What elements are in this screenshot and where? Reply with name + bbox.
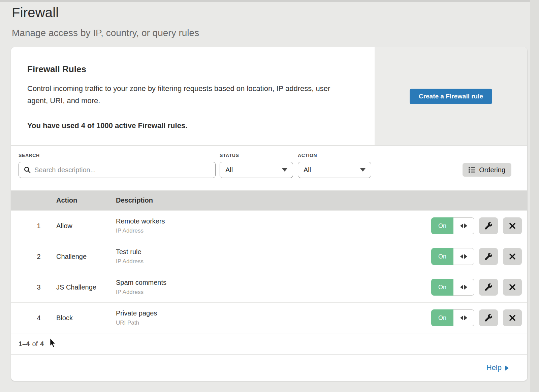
toggle-handle[interactable]: [453, 217, 474, 234]
toggle-on-label: On: [431, 248, 453, 265]
right-triangle-icon: [505, 365, 509, 371]
rule-priority: 1: [11, 222, 56, 230]
rule-description-cell: Spam comments IP Address: [116, 279, 431, 296]
help-link-label: Help: [486, 363, 502, 372]
description-column-header: Description: [116, 197, 527, 204]
rule-description-cell: Private pages URI Path: [116, 309, 431, 326]
table-header: Action Description: [11, 190, 527, 210]
rule-controls: On: [431, 279, 522, 296]
rule-enabled-toggle[interactable]: On: [431, 279, 474, 296]
table-row: 3 JS Challenge Spam comments IP Address …: [11, 272, 527, 302]
toggle-on-label: On: [431, 279, 453, 296]
action-column-header: Action: [56, 197, 116, 204]
firewall-rules-card: Firewall Rules Control incoming traffic …: [11, 47, 527, 381]
rule-priority: 4: [11, 314, 56, 322]
rule-enabled-toggle[interactable]: On: [431, 217, 474, 234]
card-header-section: Firewall Rules Control incoming traffic …: [11, 47, 527, 146]
action-selected-value: All: [304, 166, 311, 174]
action-label: ACTION: [298, 153, 371, 158]
toggle-left-arrow-icon: [460, 254, 463, 259]
search-label: SEARCH: [19, 153, 216, 158]
rule-action: Challenge: [56, 253, 116, 261]
toggle-right-arrow-icon: [464, 223, 467, 228]
wrench-icon: [484, 283, 493, 291]
delete-rule-button[interactable]: [503, 279, 522, 296]
toggle-on-label: On: [431, 309, 453, 326]
rule-match-type: IP Address: [116, 289, 431, 296]
toggle-handle[interactable]: [453, 248, 474, 265]
close-icon: [509, 283, 516, 291]
toggle-right-arrow-icon: [464, 254, 467, 259]
status-selected-value: All: [225, 166, 233, 174]
rule-enabled-toggle[interactable]: On: [431, 309, 474, 326]
ordering-button[interactable]: Ordering: [463, 163, 511, 177]
rule-description-cell: Test rule IP Address: [116, 248, 431, 265]
rule-match-type: URI Path: [116, 320, 431, 326]
card-header-action-panel: Create a Firewall rule: [375, 47, 527, 145]
toggle-right-arrow-icon: [464, 315, 467, 320]
card-header-text: Firewall Rules Control incoming traffic …: [11, 47, 375, 145]
delete-rule-button[interactable]: [503, 248, 522, 265]
chevron-down-icon: [360, 168, 366, 172]
table-row: 1 Allow Remote workers IP Address On: [11, 210, 527, 241]
table-row: 4 Block Private pages URI Path On: [11, 302, 527, 333]
card-description: Control incoming traffic to your zone by…: [27, 83, 351, 107]
page-subtitle: Manage access by IP, country, or query r…: [12, 28, 527, 38]
delete-rule-button[interactable]: [503, 309, 522, 326]
delete-rule-button[interactable]: [503, 217, 522, 234]
table-row: 2 Challenge Test rule IP Address On: [11, 241, 527, 272]
toggle-left-arrow-icon: [460, 315, 463, 320]
rule-description-cell: Remote workers IP Address: [116, 217, 431, 234]
rule-action: Allow: [56, 222, 116, 230]
search-icon: [24, 166, 31, 174]
toggle-right-arrow-icon: [464, 285, 467, 290]
list-ordering-icon: [469, 167, 475, 173]
search-input[interactable]: [19, 162, 216, 178]
search-filter-group: SEARCH: [19, 153, 216, 178]
usage-summary: You have used 4 of 1000 active Firewall …: [27, 121, 354, 130]
rule-controls: On: [431, 248, 522, 265]
edit-rule-button[interactable]: [479, 248, 498, 265]
pagination-bar: 1–4 of 4: [11, 333, 527, 354]
page-title: Firewall: [12, 5, 527, 20]
help-link[interactable]: Help: [486, 363, 509, 372]
toggle-left-arrow-icon: [460, 223, 463, 228]
window-right-edge: [530, 0, 539, 392]
rule-match-type: IP Address: [116, 258, 431, 265]
close-icon: [509, 253, 516, 260]
rule-priority: 3: [11, 283, 56, 291]
ordering-wrap: Ordering: [463, 163, 511, 177]
rule-description-title: Test rule: [116, 248, 431, 256]
toggle-left-arrow-icon: [460, 285, 463, 290]
chevron-down-icon: [282, 168, 287, 172]
filters-bar: SEARCH STATUS All ACTION: [11, 146, 527, 190]
status-select[interactable]: All: [220, 162, 293, 178]
edit-rule-button[interactable]: [479, 279, 498, 296]
edit-rule-button[interactable]: [479, 217, 498, 234]
pagination-total: 4: [40, 340, 44, 348]
toggle-on-label: On: [431, 217, 453, 234]
ordering-button-label: Ordering: [479, 166, 505, 174]
create-firewall-rule-button[interactable]: Create a Firewall rule: [410, 89, 492, 104]
rule-enabled-toggle[interactable]: On: [431, 248, 474, 265]
pagination-range: 1–4: [19, 340, 30, 348]
rule-controls: On: [431, 217, 522, 234]
rule-description-title: Private pages: [116, 309, 431, 317]
page-header: Firewall Manage access by IP, country, o…: [11, 2, 527, 38]
rule-controls: On: [431, 309, 522, 326]
edit-rule-button[interactable]: [479, 309, 498, 326]
status-label: STATUS: [220, 153, 293, 158]
close-icon: [509, 222, 516, 230]
rule-match-type: IP Address: [116, 228, 431, 234]
close-icon: [509, 314, 516, 322]
rule-description-title: Spam comments: [116, 279, 431, 287]
toggle-handle[interactable]: [453, 279, 474, 296]
firewall-page: Firewall Manage access by IP, country, o…: [11, 2, 527, 381]
card-footer: Help: [11, 354, 527, 381]
action-select[interactable]: All: [298, 162, 371, 178]
toggle-handle[interactable]: [453, 309, 474, 326]
wrench-icon: [484, 222, 493, 230]
rule-action: Block: [56, 314, 116, 322]
rule-description-title: Remote workers: [116, 217, 431, 225]
search-field-wrap: [19, 162, 216, 178]
